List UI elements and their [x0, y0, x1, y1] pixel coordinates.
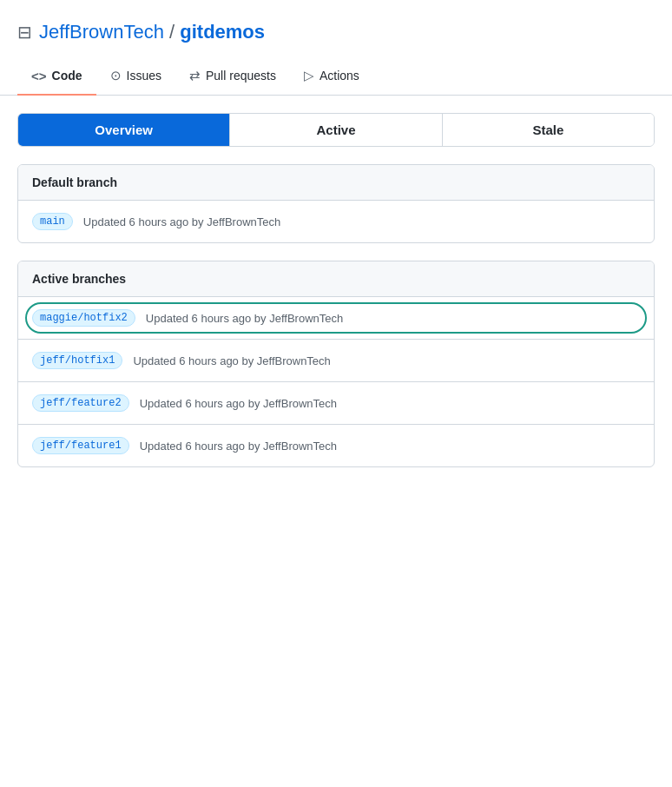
active-branches-title: Active branches: [32, 272, 126, 286]
default-branch-row: main Updated 6 hours ago by JeffBrownTec…: [18, 201, 654, 242]
nav-tabs: <> Code ⊙ Issues ⇄ Pull requests ▷ Actio…: [0, 57, 672, 96]
branch-badge[interactable]: jeff/hotfix1: [32, 352, 122, 369]
pull-requests-icon: ⇄: [189, 68, 201, 83]
tab-actions-label: Actions: [320, 69, 359, 83]
actions-icon: ▷: [304, 68, 314, 83]
active-branches-section: Active branches maggie/hotfix2Updated 6 …: [17, 261, 655, 467]
repo-header: ⊟ JeffBrownTech / gitdemos: [0, 0, 672, 43]
repo-owner[interactable]: JeffBrownTech: [39, 21, 164, 43]
branch-badge[interactable]: jeff/feature2: [32, 394, 129, 412]
branch-badge[interactable]: jeff/feature1: [32, 437, 129, 454]
branch-info: Updated 6 hours ago by JeffBrownTech: [140, 397, 337, 410]
active-branches-header: Active branches: [18, 261, 654, 297]
default-branch-info: Updated 6 hours ago by JeffBrownTech: [83, 215, 280, 228]
branch-tabs: Overview Active Stale: [17, 113, 655, 147]
repo-name[interactable]: gitdemos: [180, 21, 265, 43]
branch-badge[interactable]: maggie/hotfix2: [32, 309, 135, 327]
code-icon: <>: [31, 69, 47, 83]
issues-icon: ⊙: [110, 68, 122, 83]
tab-pull-requests-label: Pull requests: [206, 69, 276, 83]
tab-actions[interactable]: ▷ Actions: [290, 57, 373, 96]
branch-row: jeff/feature2Updated 6 hours ago by Jeff…: [18, 382, 654, 425]
default-branch-title: Default branch: [32, 175, 117, 189]
default-branch-header: Default branch: [18, 165, 654, 201]
branch-info: Updated 6 hours ago by JeffBrownTech: [140, 440, 337, 453]
repo-icon: ⊟: [17, 22, 32, 43]
branch-info: Updated 6 hours ago by JeffBrownTech: [146, 312, 343, 325]
default-branch-section: Default branch main Updated 6 hours ago …: [17, 164, 655, 243]
branch-tab-overview[interactable]: Overview: [18, 114, 230, 146]
tab-issues-label: Issues: [127, 69, 161, 83]
repo-separator: /: [164, 21, 180, 43]
tab-pull-requests[interactable]: ⇄ Pull requests: [175, 57, 290, 96]
branch-row: jeff/feature1Updated 6 hours ago by Jeff…: [18, 425, 654, 466]
branch-tab-active[interactable]: Active: [230, 114, 442, 146]
tab-issues[interactable]: ⊙ Issues: [96, 57, 175, 96]
repo-title: JeffBrownTech / gitdemos: [39, 21, 265, 43]
default-branch-badge[interactable]: main: [32, 213, 73, 230]
tab-code[interactable]: <> Code: [17, 58, 96, 96]
active-branches-list: maggie/hotfix2Updated 6 hours ago by Jef…: [18, 297, 654, 466]
branch-row: maggie/hotfix2Updated 6 hours ago by Jef…: [18, 297, 654, 340]
tab-code-label: Code: [52, 69, 82, 83]
branch-row: jeff/hotfix1Updated 6 hours ago by JeffB…: [18, 340, 654, 382]
branch-info: Updated 6 hours ago by JeffBrownTech: [133, 354, 330, 367]
branch-tab-stale[interactable]: Stale: [443, 114, 654, 146]
